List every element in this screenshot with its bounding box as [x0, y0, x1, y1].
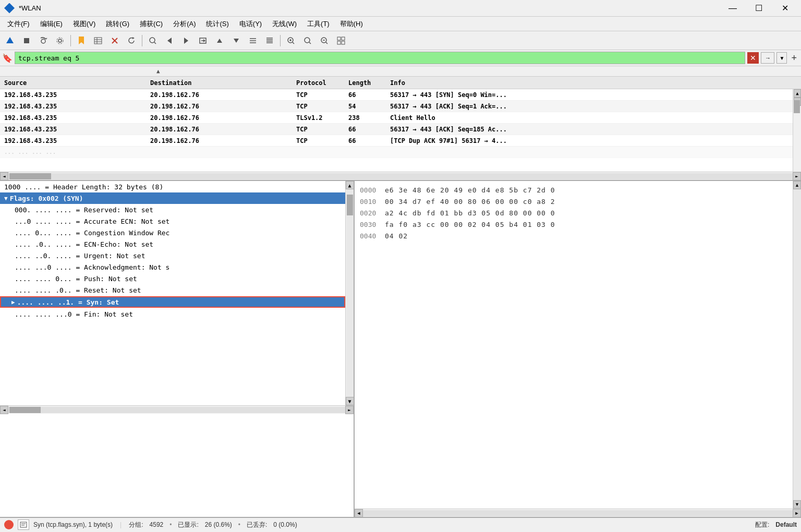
restore-button[interactable]: ☐ [747, 0, 771, 17]
detail-hscroll-right[interactable]: ► [345, 406, 354, 414]
table-button[interactable] [90, 33, 106, 48]
menu-tools[interactable]: 工具(T) [302, 17, 335, 31]
prev-button[interactable] [212, 33, 227, 48]
menu-edit[interactable]: 编辑(E) [35, 17, 68, 31]
menu-goto[interactable]: 跳转(G) [101, 17, 135, 31]
packet-rows: 192.168.43.235 20.198.162.76 TCP 66 5631… [0, 89, 793, 172]
table-row[interactable]: 192.168.43.235 20.198.162.76 TCP 54 5631… [0, 101, 793, 112]
packet-list-vscrollbar[interactable]: ▲ ▼ [793, 89, 801, 172]
detail-hscroll-thumb[interactable] [9, 407, 41, 413]
col-header-source[interactable]: Source [2, 79, 148, 87]
svg-line-36 [326, 42, 327, 44]
table-row[interactable]: 192.168.43.235 20.198.162.76 TCP 66 [TCP… [0, 135, 793, 147]
table-row[interactable]: 192.168.43.235 20.198.162.76 TCP 66 5631… [0, 89, 793, 101]
svg-point-2 [41, 39, 45, 43]
jump-button[interactable] [195, 33, 211, 48]
detail-row-syn[interactable]: ▶ .... .... ..1. = Syn: Set [0, 296, 345, 308]
delete-button[interactable] [107, 33, 123, 48]
detail-hscrollbar[interactable]: ◄ ► [0, 405, 354, 414]
options-button[interactable] [52, 33, 68, 48]
detail-row-ecn[interactable]: ...0 .... .... = Accurate ECN: Not set [0, 215, 345, 227]
hex-hscroll-right[interactable]: ► [793, 509, 801, 517]
grid-button[interactable] [333, 33, 349, 48]
table-row[interactable]: 192.168.43.235 20.198.162.76 TCP 66 5631… [0, 124, 793, 135]
menu-phone[interactable]: 电话(Y) [234, 17, 267, 31]
detail-row-urgent[interactable]: .... ..0. .... = Urgent: Not set [0, 250, 345, 261]
menu-analyze[interactable]: 分析(A) [168, 17, 201, 31]
detail-vscroll-down[interactable]: ▼ [346, 397, 354, 405]
zoom-out-button[interactable] [317, 33, 332, 48]
hex-vscroll-down[interactable]: ▼ [793, 500, 801, 509]
back-button[interactable] [162, 33, 177, 48]
bookmark-button[interactable] [74, 33, 89, 48]
menu-wireless[interactable]: 无线(W) [267, 17, 302, 31]
detail-row-cwr[interactable]: .... 0... .... = Congestion Window Rec [0, 227, 345, 238]
filter-bookmark-icon[interactable]: 🔖 [2, 53, 13, 63]
hscroll-thumb[interactable] [9, 173, 51, 179]
expand-button[interactable] [245, 33, 261, 48]
menu-file[interactable]: 文件(F) [2, 17, 35, 31]
detail-row-push[interactable]: .... .... 0... = Push: Not set [0, 273, 345, 284]
detail-vscroll-up[interactable]: ▲ [346, 181, 354, 189]
zoom-normal-button[interactable] [300, 33, 315, 48]
hex-hscrollbar[interactable]: ◄ ► [355, 509, 801, 517]
filter-dropdown-button[interactable]: ▼ [776, 52, 787, 64]
detail-row-flags[interactable]: ▼ Flags: 0x002 (SYN) [0, 192, 345, 204]
detail-vscroll-thumb[interactable] [347, 195, 353, 215]
hscroll-left-btn[interactable]: ◄ [0, 172, 8, 180]
svg-marker-15 [184, 38, 188, 44]
svg-marker-11 [132, 37, 135, 39]
restart-button[interactable] [35, 33, 51, 48]
hex-vscrollbar[interactable]: ▲ ▼ [793, 181, 801, 509]
detail-row-ack[interactable]: .... ...0 .... = Acknowledgment: Not s [0, 261, 345, 273]
vscroll-thumb[interactable] [794, 100, 800, 113]
menu-view[interactable]: 视图(V) [68, 17, 101, 31]
hscroll-right-btn[interactable]: ► [793, 172, 801, 180]
filter-arrow-button[interactable]: → [761, 52, 774, 64]
col-header-dest[interactable]: Destination [148, 79, 294, 87]
vscroll-up-btn[interactable]: ▲ [794, 89, 801, 98]
detail-row-reserved[interactable]: 000. .... .... = Reserved: Not set [0, 204, 345, 215]
menu-help[interactable]: 帮助(H) [335, 17, 368, 31]
menu-stats[interactable]: 统计(S) [201, 17, 234, 31]
shark-fin-button[interactable] [2, 33, 18, 48]
detail-row-reset[interactable]: .... .... .0.. = Reset: Not set [0, 284, 345, 296]
table-row[interactable]: 192.168.43.235 20.198.162.76 TLSv1.2 238… [0, 112, 793, 124]
col-header-info[interactable]: Info [388, 79, 799, 87]
table-row[interactable]: ... ... ... ... [0, 147, 793, 158]
svg-point-3 [58, 39, 62, 42]
filter-input[interactable] [15, 52, 745, 64]
stop-button[interactable] [19, 33, 34, 48]
detail-vscrollbar[interactable]: ▲ ▼ [345, 181, 354, 405]
menu-capture[interactable]: 捕获(C) [135, 17, 168, 31]
zoom-in-button[interactable] [283, 33, 299, 48]
collapse-button[interactable] [262, 33, 277, 48]
status-bullet-1: • [169, 521, 172, 528]
detail-hscroll-track [8, 407, 345, 413]
dropped-label: 已丢弃: [247, 521, 267, 529]
forward-button[interactable] [178, 33, 194, 48]
find-button[interactable] [145, 33, 161, 48]
minimize-button[interactable]: — [721, 0, 745, 17]
filter-add-button[interactable]: + [789, 53, 799, 64]
close-button[interactable]: ✕ [773, 0, 797, 17]
detail-hscroll-left[interactable]: ◄ [0, 406, 8, 414]
refresh-button[interactable] [124, 33, 139, 48]
detail-row-fin[interactable]: .... .... ...0 = Fin: Not set [0, 308, 345, 320]
hex-row-4: 0040 04 02 [360, 230, 787, 241]
toolbar-sep-3 [280, 35, 281, 46]
hex-vscroll-track [793, 189, 801, 500]
filter-clear-button[interactable]: ✕ [747, 52, 759, 64]
packets-value: 4592 [150, 521, 164, 528]
hex-hscroll-left[interactable]: ◄ [355, 509, 363, 517]
packet-list-hscrollbar[interactable]: ◄ ► [0, 172, 801, 180]
detail-row-ecn-echo[interactable]: .... .0.. .... = ECN-Echo: Not set [0, 238, 345, 250]
filter-bar: 🔖 ✕ → ▼ + [0, 50, 801, 66]
detail-row-header-len[interactable]: 1000 .... = Header Length: 32 bytes (8) [0, 181, 345, 192]
col-header-len[interactable]: Length [346, 79, 388, 87]
next-button[interactable] [228, 33, 244, 48]
hex-vscroll-up[interactable]: ▲ [793, 181, 801, 189]
toolbar-sep-1 [70, 35, 71, 46]
edit-filter-button[interactable] [18, 519, 29, 530]
col-header-proto[interactable]: Protocol [294, 79, 346, 87]
